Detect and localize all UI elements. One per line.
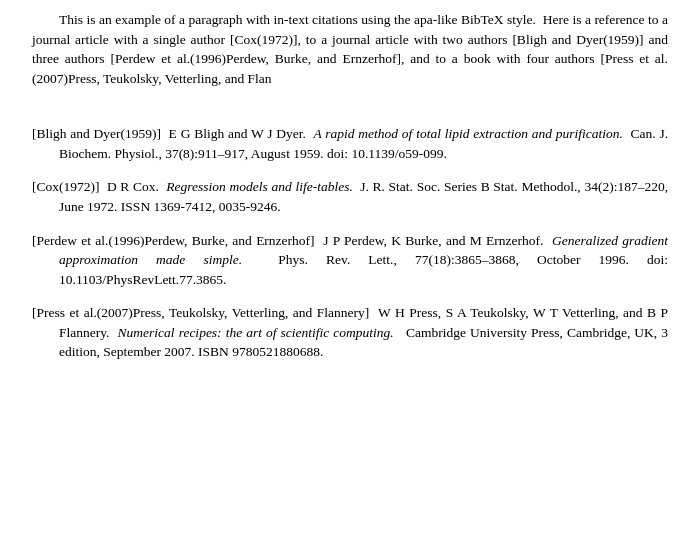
reference-entry-bligh: [Bligh and Dyer(1959)] E G Bligh and W J… bbox=[32, 124, 668, 163]
ref-press-text: [Press et al.(2007)Press, Teukolsky, Vet… bbox=[32, 303, 668, 362]
ref-cox-title: Regression models and life-tables. bbox=[166, 179, 352, 194]
page: This is an example of a paragraph with i… bbox=[0, 0, 700, 548]
ref-cox-text: [Cox(1972)] D R Cox. Regression models a… bbox=[32, 177, 668, 216]
ref-perdew-label: [Perdew et al.(1996)Perdew, Burke, and E… bbox=[32, 233, 315, 248]
reference-entry-press: [Press et al.(2007)Press, Teukolsky, Vet… bbox=[32, 303, 668, 362]
ref-cox-label: [Cox(1972)] bbox=[32, 179, 100, 194]
reference-entry-cox: [Cox(1972)] D R Cox. Regression models a… bbox=[32, 177, 668, 216]
ref-press-label: [Press et al.(2007)Press, Teukolsky, Vet… bbox=[32, 305, 369, 320]
ref-press-title: Numerical recipes: the art of scientific… bbox=[118, 325, 394, 340]
ref-bligh-text: [Bligh and Dyer(1959)] E G Bligh and W J… bbox=[32, 124, 668, 163]
ref-bligh-title: A rapid method of total lipid extraction… bbox=[314, 126, 623, 141]
ref-perdew-text: [Perdew et al.(1996)Perdew, Burke, and E… bbox=[32, 231, 668, 290]
ref-bligh-label: [Bligh and Dyer(1959)] bbox=[32, 126, 161, 141]
intro-paragraph: This is an example of a paragraph with i… bbox=[32, 10, 668, 88]
reference-entry-perdew: [Perdew et al.(1996)Perdew, Burke, and E… bbox=[32, 231, 668, 290]
references-section: [Bligh and Dyer(1959)] E G Bligh and W J… bbox=[32, 124, 668, 362]
